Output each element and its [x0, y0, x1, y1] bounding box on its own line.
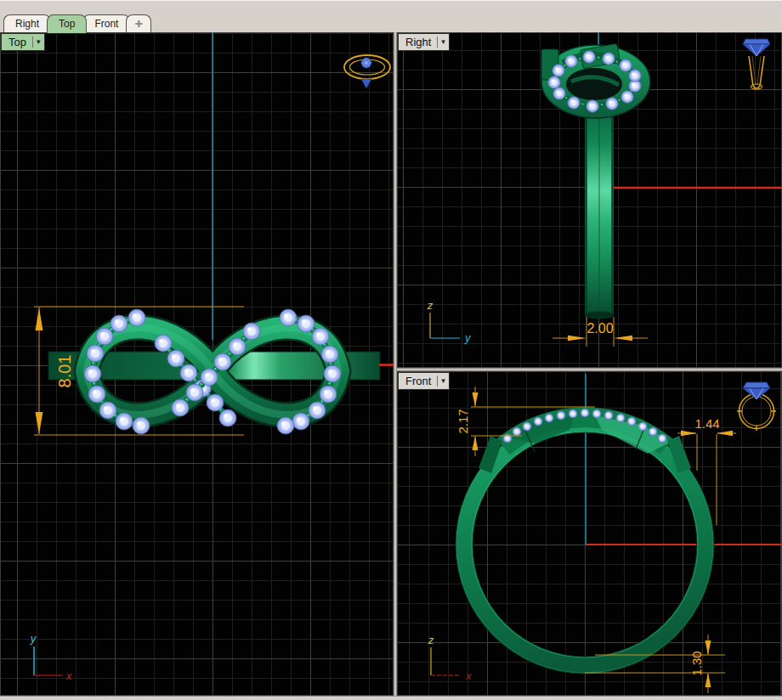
cad-window: Right Top Front ✚ Top ▾	[0, 0, 782, 700]
ring-orientation-icon	[344, 55, 390, 88]
viewport-right-title: Right	[405, 36, 431, 48]
dimension-value: 1.30	[689, 651, 704, 675]
axis-indicator: z x	[428, 634, 472, 682]
dimension-value: 1.44	[694, 416, 719, 431]
chevron-down-icon: ▾	[37, 38, 41, 46]
viewport-front-canvas[interactable]: 2.17 1.44 1.30	[397, 371, 782, 696]
viewport-right-label[interactable]: Right ▾	[398, 33, 450, 51]
window-bottom-edge	[0, 696, 782, 700]
viewport-front-label[interactable]: Front ▾	[398, 372, 450, 390]
ring-orientation-icon	[737, 382, 776, 431]
axis-x-label: x	[65, 669, 72, 682]
viewport-right[interactable]: Right ▾	[397, 32, 782, 368]
viewport-top-title: Top	[8, 36, 26, 48]
axis-z-label: z	[428, 634, 434, 646]
label-separator	[437, 37, 438, 48]
ring-front-view[interactable]	[456, 409, 714, 674]
ring-orientation-icon	[743, 39, 770, 89]
axis-indicator: z y	[427, 299, 472, 344]
chevron-down-icon: ▾	[441, 38, 445, 46]
tab-front[interactable]: Front	[82, 14, 130, 33]
viewport-top-label[interactable]: Top ▾	[1, 33, 45, 51]
axis-x-label: x	[465, 669, 472, 682]
plus-icon: ✚	[134, 19, 142, 29]
dimension-value: 2.17	[456, 409, 470, 433]
axis-indicator: y x	[30, 632, 72, 682]
dimension-2-00[interactable]: 2.00	[552, 317, 648, 347]
dimension-value: 8.01	[55, 355, 74, 388]
dimension-value: 2.00	[586, 321, 613, 336]
viewport-tab-bar: Right Top Front ✚	[0, 0, 782, 33]
axis-y-label: y	[464, 331, 472, 344]
tab-right[interactable]: Right	[3, 14, 51, 33]
axis-y-label: y	[30, 632, 37, 645]
new-viewport-tab[interactable]: ✚	[126, 14, 150, 33]
chevron-down-icon: ▾	[441, 377, 445, 385]
axis-z-label: z	[427, 299, 434, 312]
label-separator	[32, 37, 33, 48]
ring-shank-right-view[interactable]	[585, 107, 615, 319]
viewport-top[interactable]: Top ▾	[0, 32, 394, 696]
ring-head-right-view[interactable]	[541, 43, 650, 118]
viewport-top-canvas[interactable]: 8.01 y x	[0, 32, 394, 696]
label-separator	[437, 375, 438, 387]
viewport-front-title: Front	[405, 375, 431, 387]
viewport-right-canvas[interactable]: 2.00 z y	[397, 32, 782, 368]
viewport-front[interactable]: Front ▾	[397, 371, 782, 696]
tab-top[interactable]: Top	[47, 14, 87, 33]
